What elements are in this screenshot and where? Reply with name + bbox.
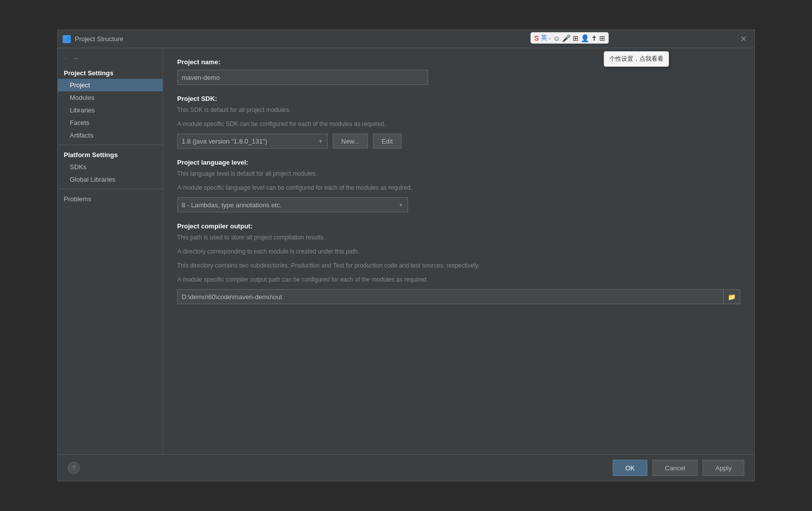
project-language-desc1: This language level is default for all p… <box>177 169 740 178</box>
project-settings-label: Project Settings <box>58 66 163 79</box>
toolbar-dot-icon[interactable]: · <box>549 34 551 42</box>
toolbar-lang[interactable]: 英 <box>541 34 547 42</box>
compiler-output-desc4: A module specific compiler output path c… <box>177 275 740 284</box>
toolbar-user-icon[interactable]: 👤 <box>581 34 589 42</box>
sdk-row: 1.8 (java version "1.8.0_131") ▼ New... … <box>177 134 740 149</box>
sidebar-item-facets[interactable]: Facets <box>58 116 163 129</box>
main-content: Project name: Project SDK: This SDK is d… <box>163 48 754 454</box>
title-bar: 🔷 Project Structure S 英 · ☺ 🎤 ⊞ 👤 ✝ ⊞ 个性… <box>58 30 754 48</box>
compiler-output-desc1: This path is used to store all project c… <box>177 233 740 242</box>
project-name-input[interactable] <box>177 70 428 85</box>
compiler-output-desc2: A directory corresponding to each module… <box>177 247 740 256</box>
sdk-dropdown-value: 1.8 (java version "1.8.0_131") <box>182 138 267 145</box>
sidebar-item-libraries[interactable]: Libraries <box>58 104 163 116</box>
cancel-button[interactable]: Cancel <box>652 460 698 476</box>
help-button[interactable]: ? <box>68 462 80 474</box>
sidebar-divider <box>58 145 163 145</box>
input-toolbar: S 英 · ☺ 🎤 ⊞ 👤 ✝ ⊞ <box>530 32 609 44</box>
title-bar-left: 🔷 Project Structure <box>63 35 123 43</box>
toolbar-grid-icon[interactable]: ⊞ <box>573 34 579 42</box>
project-sdk-desc2: A module specific SDK can be configured … <box>177 119 740 129</box>
project-compiler-output-title: Project compiler output: <box>177 222 740 230</box>
project-language-level-section: Project language level: This language le… <box>177 159 740 212</box>
folder-browse-button[interactable]: 📁 <box>724 289 740 304</box>
platform-settings-label: Platform Settings <box>58 148 163 161</box>
toolbar-cross-icon[interactable]: ✝ <box>591 34 597 42</box>
dialog-title: Project Structure <box>75 35 123 43</box>
folder-icon: 📁 <box>728 293 736 301</box>
sidebar-item-project[interactable]: Project <box>58 79 163 91</box>
language-level-dropdown[interactable]: 8 - Lambdas, type annotations etc. ▼ <box>177 197 408 212</box>
nav-back-arrow[interactable]: ← <box>62 54 69 62</box>
compiler-output-desc3: This directory contains two subdirectori… <box>177 261 740 270</box>
language-dropdown-arrow: ▼ <box>398 202 403 208</box>
toolbar-mic-icon[interactable]: 🎤 <box>562 34 571 42</box>
project-language-desc2: A module specific language level can be … <box>177 183 740 192</box>
sidebar-item-artifacts[interactable]: Artifacts <box>58 129 163 142</box>
sidebar-item-global-libraries[interactable]: Global Libraries <box>58 173 163 186</box>
sidebar-item-sdks[interactable]: SDKs <box>58 161 163 173</box>
project-compiler-output-section: Project compiler output: This path is us… <box>177 222 740 304</box>
toolbar-tooltip: 个性设置，点我看看 <box>604 51 669 67</box>
language-level-value: 8 - Lambdas, type annotations etc. <box>182 201 282 209</box>
compiler-output-path-row: 📁 <box>177 289 740 304</box>
compiler-output-path-input[interactable] <box>177 289 724 304</box>
close-button[interactable]: ✕ <box>737 33 749 45</box>
edit-sdk-button[interactable]: Edit <box>373 134 401 149</box>
project-sdk-section: Project SDK: This SDK is default for all… <box>177 95 740 149</box>
dialog-footer: ? OK Cancel Apply <box>58 454 754 481</box>
project-structure-dialog: 🔷 Project Structure S 英 · ☺ 🎤 ⊞ 👤 ✝ ⊞ 个性… <box>57 30 755 481</box>
sdk-dropdown[interactable]: 1.8 (java version "1.8.0_131") ▼ <box>177 134 328 149</box>
project-language-level-title: Project language level: <box>177 159 740 166</box>
sidebar: ← → Project Settings Project Modules Lib… <box>58 48 163 454</box>
nav-arrows: ← → <box>58 52 163 64</box>
sidebar-item-modules[interactable]: Modules <box>58 91 163 104</box>
ok-button[interactable]: OK <box>613 460 647 476</box>
nav-forward-arrow[interactable]: → <box>72 54 79 62</box>
dialog-icon: 🔷 <box>63 35 71 43</box>
dialog-body: ← → Project Settings Project Modules Lib… <box>58 48 754 454</box>
sdk-dropdown-arrow: ▼ <box>318 139 323 144</box>
new-sdk-button[interactable]: New... <box>333 134 368 149</box>
sidebar-item-problems[interactable]: Problems <box>58 192 163 206</box>
sidebar-divider-2 <box>58 189 163 189</box>
toolbar-emoji-icon[interactable]: ☺ <box>553 34 560 42</box>
project-sdk-desc1: This SDK is default for all project modu… <box>177 105 740 114</box>
apply-button[interactable]: Apply <box>703 460 744 476</box>
project-sdk-title: Project SDK: <box>177 95 740 102</box>
toolbar-brand-icon[interactable]: S <box>534 34 538 42</box>
toolbar-apps-icon[interactable]: ⊞ <box>599 34 605 42</box>
